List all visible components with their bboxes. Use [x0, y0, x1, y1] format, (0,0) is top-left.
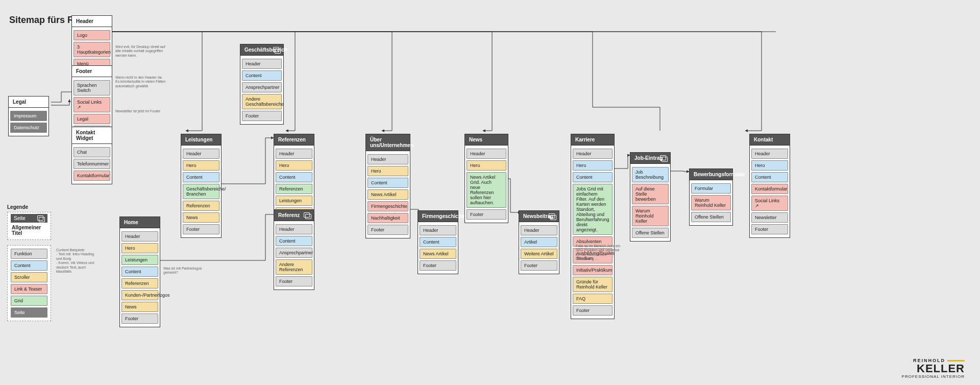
- card-item: Footer: [521, 260, 557, 271]
- multi-page-icon: [549, 213, 556, 220]
- card-newsbeitrag: Newsbeitrag HeaderArtikelWeitere Artikel…: [519, 210, 559, 274]
- card-item: News: [121, 302, 158, 312]
- card-item: Referenzen: [276, 184, 312, 194]
- card-item: Footer: [751, 224, 788, 234]
- card-item: Footer: [242, 111, 282, 121]
- card-title: Über uns/Unternehmen: [366, 134, 410, 151]
- legend-page-sub: Allgemeiner Titel: [11, 223, 47, 238]
- card-item: Content: [11, 260, 47, 271]
- card-item: Header: [467, 149, 506, 159]
- card-item: News Artikel: [368, 189, 408, 200]
- multi-page-icon: [304, 212, 311, 219]
- multi-page-icon: [273, 47, 280, 53]
- card-item: Hero: [573, 160, 612, 171]
- card-item: Header: [420, 225, 456, 235]
- card-title: Firmengeschichte: [418, 211, 458, 222]
- card-item: News: [183, 212, 219, 223]
- card-title: Footer: [72, 66, 112, 77]
- card-item: Logo: [74, 30, 110, 40]
- card-item: FAQ: [573, 294, 612, 304]
- card-news: News HeaderHeroNews Artikel Grid. Auch n…: [464, 134, 508, 223]
- card-item: Hero: [121, 243, 158, 253]
- card-item: Link & Teaser: [11, 284, 47, 294]
- card-item: 3 Hauptkategorien: [74, 42, 110, 57]
- card-item: Referenzen: [121, 278, 158, 288]
- sitemap-diagram: { "title": "Sitemap\nfürs\nRedesign", "n…: [0, 0, 980, 385]
- multi-page-icon: [37, 215, 44, 222]
- card-item: Kunden-/Partnerlogos: [121, 290, 158, 300]
- card-kontakt: Kontakt HeaderHeroContentKontaktformular…: [749, 134, 790, 238]
- card-item: Footer: [121, 314, 158, 324]
- card-item: Hero: [183, 160, 219, 171]
- card-item: Content: [751, 172, 788, 182]
- card-title: Referenzen: [274, 134, 314, 146]
- card-item: Header: [242, 59, 282, 69]
- card-item: Header: [276, 149, 312, 159]
- card-item: Legal: [74, 114, 110, 124]
- card-item: Andere Referenzen: [276, 259, 312, 275]
- card-item: Header: [121, 231, 158, 242]
- legend-page-example: Seite Allgemeiner Titel: [7, 212, 51, 240]
- card-item: Newsletter: [751, 212, 788, 223]
- card-title: Kontakt Widget: [72, 127, 112, 144]
- card-leistungen: Leistungen HeaderHeroContentGeschäftsber…: [181, 134, 222, 238]
- logo-line2: KELLER: [902, 363, 965, 374]
- card-title: Legal: [9, 97, 48, 108]
- multi-page-icon: [660, 155, 667, 161]
- card-title: Geschäftsbereich: [240, 44, 283, 56]
- card-item: Footer: [276, 276, 312, 286]
- card-karriere: Karriere HeaderHeroContentJobs Grid mit …: [571, 134, 615, 319]
- card-legal: Legal ImpressumDatenschutz: [8, 96, 49, 136]
- legend-items-box: FunktionContentScrollerLink & TeaserGrid…: [7, 245, 51, 321]
- card-item: Hero: [751, 160, 788, 171]
- card-kontakt-widget: Kontakt Widget ChatTelefonnummerKontaktf…: [71, 127, 112, 184]
- card-item: Content: [242, 70, 282, 81]
- card-item: Referenzen: [183, 201, 219, 211]
- card-item: Kontaktformular: [751, 184, 788, 194]
- card-item: Warum Reinhold Keller: [632, 206, 669, 226]
- logo-reinhold-keller: REINHOLD KELLER PROFESSIONAL INTERIOR: [902, 358, 965, 379]
- card-title: Bewerbungsformular: [690, 169, 732, 180]
- legend-page-title: Seite: [11, 214, 47, 223]
- card-item: Footer: [420, 260, 456, 271]
- card-item: Firmengeschichte: [368, 201, 408, 211]
- card-item: Content: [276, 172, 312, 182]
- card-item: Footer: [368, 225, 408, 235]
- note-header: Wird evtl. für Desktop direkt auf alle I…: [115, 45, 166, 58]
- card-item: News Artikel: [420, 249, 456, 259]
- note-content-example: Content Beispiele: - Text mit Intro Head…: [56, 248, 97, 274]
- card-title: Kontakt: [750, 134, 790, 146]
- card-item: Offene Stellen: [632, 228, 669, 238]
- card-item: Gründe für Reinhold Keller: [573, 277, 612, 292]
- card-item: Content: [573, 172, 612, 182]
- card-item: Seite: [11, 307, 47, 318]
- card-ueber-uns: Über uns/Unternehmen HeaderHeroContentNe…: [365, 134, 410, 238]
- card-item: Content: [276, 236, 312, 246]
- card-title: Leistungen: [181, 134, 221, 146]
- card-firmengeschichte: Firmengeschichte HeaderContentNews Artik…: [418, 210, 458, 274]
- card-item: Content: [368, 178, 408, 188]
- card-item: Job Beschreibung: [632, 167, 669, 182]
- card-item: Header: [276, 224, 312, 234]
- card-item: Content: [121, 267, 158, 277]
- card-item: Formular: [691, 183, 731, 194]
- card-title: Karriere: [571, 134, 614, 146]
- card-item: Content: [420, 237, 456, 247]
- card-item: Andere Geschäftsbereiche: [242, 94, 282, 109]
- card-item: Nachhaltigkeit: [368, 213, 408, 223]
- card-item: Auf diese Stelle bewerben: [632, 184, 669, 204]
- card-item: Offene Stellen: [691, 212, 731, 222]
- card-item: Leistungen: [121, 255, 158, 265]
- card-title: News: [465, 134, 508, 146]
- card-item: Chat: [74, 147, 110, 157]
- card-bewerbungsformular: Bewerbungsformular FormularWarum Reinhol…: [689, 169, 733, 226]
- card-item: News Artikel Grid. Auch neue Referenzen …: [467, 172, 506, 208]
- card-item: Funktion: [11, 249, 47, 259]
- card-item: Header: [368, 154, 408, 164]
- card-item: Sprachen Switch: [74, 80, 110, 95]
- card-item: Social Links ↗: [74, 97, 110, 112]
- card-title: Referenz: [274, 210, 314, 221]
- card-title: Job-Eintrag: [630, 153, 670, 164]
- note-home-logos: Was ist mit Partnerlogos gemeint?: [163, 267, 214, 275]
- card-title: Home: [120, 217, 160, 228]
